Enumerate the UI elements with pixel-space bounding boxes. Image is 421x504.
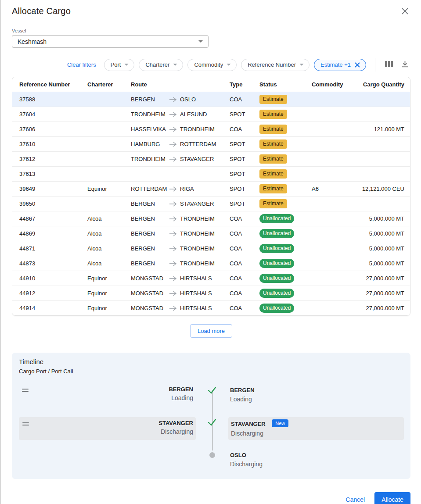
table-row[interactable]: 39649 Equinor ROTTERDAM RIGA SPOT Estima… xyxy=(12,181,410,196)
load-more-button[interactable]: Load more xyxy=(190,324,232,338)
filter-chip-label: Port xyxy=(111,61,121,68)
cell-reference-number: 44873 xyxy=(19,260,87,267)
vessel-select[interactable]: Keshmash xyxy=(12,35,209,48)
cell-route: TRONDHEIM STAVANGER xyxy=(131,156,230,162)
table-row[interactable]: 37610 HAMBURG ROTTERDAM SPOT Estimate xyxy=(12,136,410,151)
cell-charterer: Alcoa xyxy=(87,260,131,267)
timeline-subtitle: Cargo Port / Port Call xyxy=(19,368,404,375)
route-destination: TRONDHEIM xyxy=(180,215,230,222)
route-origin: MONGSTAD xyxy=(131,290,169,297)
cell-reference-number: 44914 xyxy=(19,305,87,311)
status-badge: Unallocated xyxy=(259,289,294,298)
route-arrow-icon xyxy=(169,306,180,311)
toolbar-divider xyxy=(375,58,375,71)
route-destination: TRONDHEIM xyxy=(180,260,230,267)
col-header-reference: Reference Number xyxy=(19,81,87,88)
table-row[interactable]: 37604 TRONDHEIM ALESUND SPOT Estimate xyxy=(12,107,410,122)
cell-charterer: Equinor xyxy=(87,275,131,282)
timeline-port-call[interactable]: BERGEN Loading xyxy=(228,385,404,411)
allocate-button[interactable]: Allocate xyxy=(374,492,410,504)
cell-commodity: A6 xyxy=(312,186,350,192)
cell-route: HAMBURG ROTTERDAM xyxy=(131,141,230,147)
clear-filters-button[interactable]: Clear filters xyxy=(67,61,96,68)
route-destination: STAVANGER xyxy=(180,200,230,207)
table-row[interactable]: 44867 Alcoa BERGEN TRONDHEIM COA Unalloc… xyxy=(12,211,410,226)
cell-route: ROTTERDAM RIGA xyxy=(131,186,230,192)
filter-chip[interactable]: Reference Number xyxy=(241,59,309,71)
table-row[interactable]: 37588 BERGEN OSLO COA Estimate xyxy=(12,92,410,107)
route-origin: BERGEN xyxy=(131,96,169,103)
timeline-port-call[interactable]: OSLO Discharging xyxy=(228,450,404,476)
status-badge: Estimate xyxy=(259,154,287,164)
route-destination: RIGA xyxy=(180,186,230,192)
timeline-marker xyxy=(196,385,228,395)
status-badge: Estimate xyxy=(259,110,287,119)
cell-charterer: Alcoa xyxy=(87,245,131,252)
route-arrow-icon xyxy=(169,112,180,117)
timeline-row: STAVANGER Discharging STAVANGER New Disc… xyxy=(19,417,404,440)
route-arrow-icon xyxy=(169,246,180,251)
table-row[interactable]: 44869 Alcoa BERGEN TRONDHEIM COA Unalloc… xyxy=(12,226,410,241)
status-badge: Estimate xyxy=(259,95,287,104)
route-destination: ROTTERDAM xyxy=(180,141,230,147)
cell-status: Estimate xyxy=(259,139,312,149)
timeline-cargo-port[interactable]: STAVANGER Discharging xyxy=(19,417,196,440)
route-origin: HASSELVIKA xyxy=(131,126,169,132)
drag-handle-icon[interactable] xyxy=(22,422,29,425)
table-row[interactable]: 44914 Equinor MONGSTAD HIRTSHALS COA Una… xyxy=(12,300,410,315)
table-row[interactable]: 37612 TRONDHEIM STAVANGER SPOT Estimate xyxy=(12,151,410,166)
status-badge: Unallocated xyxy=(259,304,294,313)
filter-chip[interactable]: Port xyxy=(104,59,135,71)
filter-chip[interactable]: Estimate +1 xyxy=(314,59,366,71)
timeline-cargo-port[interactable]: BERGEN Loading xyxy=(19,385,196,411)
route-origin: BERGEN xyxy=(131,245,169,252)
filter-chip[interactable]: Charterer xyxy=(139,59,183,71)
route-origin: MONGSTAD xyxy=(131,305,169,311)
cell-type: SPOT xyxy=(230,156,259,162)
cell-status: Unallocated xyxy=(259,274,312,283)
table-row[interactable]: 37613 SPOT Estimate xyxy=(12,166,410,181)
route-destination: STAVANGER xyxy=(180,156,230,162)
cell-type: SPOT xyxy=(230,111,259,118)
cell-route xyxy=(131,172,230,177)
cancel-button[interactable]: Cancel xyxy=(341,493,371,504)
drag-handle-icon[interactable] xyxy=(22,389,29,392)
filter-chip-label: Reference Number xyxy=(248,61,296,68)
timeline-port-call[interactable]: STAVANGER New Discharging xyxy=(228,417,404,440)
cell-reference-number: 37610 xyxy=(19,141,87,147)
cell-type: COA xyxy=(230,245,259,252)
port-call-name: BERGEN xyxy=(230,387,255,393)
cell-cargo-quantity: 5,000.000 MT xyxy=(350,230,404,237)
table-row[interactable]: 44910 Equinor MONGSTAD HIRTSHALS COA Una… xyxy=(12,271,410,286)
table-row[interactable]: 44871 Alcoa BERGEN TRONDHEIM COA Unalloc… xyxy=(12,241,410,256)
cell-cargo-quantity: 5,000.000 MT xyxy=(350,260,404,267)
download-button[interactable] xyxy=(399,60,410,70)
dialog-footer: Cancel Allocate xyxy=(12,492,410,504)
route-destination: HIRTSHALS xyxy=(180,290,230,297)
route-origin: BERGEN xyxy=(131,215,169,222)
column-settings-button[interactable] xyxy=(383,60,395,70)
col-header-route: Route xyxy=(131,81,230,88)
table-row[interactable]: 44873 Alcoa BERGEN TRONDHEIM COA Unalloc… xyxy=(12,256,410,271)
cell-type: SPOT xyxy=(230,186,259,192)
route-arrow-icon xyxy=(169,201,180,207)
table-row[interactable]: 44912 Equinor MONGSTAD HIRTSHALS COA Una… xyxy=(12,286,410,300)
chevron-down-icon xyxy=(299,64,303,66)
route-origin: MONGSTAD xyxy=(131,275,169,282)
remove-filter-icon[interactable] xyxy=(354,62,360,68)
cell-type: COA xyxy=(230,230,259,237)
cell-status: Unallocated xyxy=(259,259,312,268)
table-row[interactable]: 39650 BERGEN STAVANGER SPOT Estimate xyxy=(12,196,410,211)
port-call-name: STAVANGER xyxy=(231,421,266,427)
cell-reference-number: 39650 xyxy=(19,200,87,207)
close-button[interactable] xyxy=(399,6,410,18)
route-origin: HAMBURG xyxy=(131,141,169,147)
chevron-down-icon xyxy=(227,64,231,66)
cell-cargo-quantity: 27,000.000 MT xyxy=(350,305,404,311)
cell-route: BERGEN TRONDHEIM xyxy=(131,260,230,267)
timeline-title: Timeline xyxy=(19,358,404,365)
cell-type: COA xyxy=(230,290,259,297)
timeline-rows: BERGEN Loading BERGEN Loading STAVANGER … xyxy=(19,385,404,476)
filter-chip[interactable]: Commodity xyxy=(187,59,237,71)
table-row[interactable]: 37606 HASSELVIKA TRONDHEIM COA Estimate … xyxy=(12,122,410,136)
